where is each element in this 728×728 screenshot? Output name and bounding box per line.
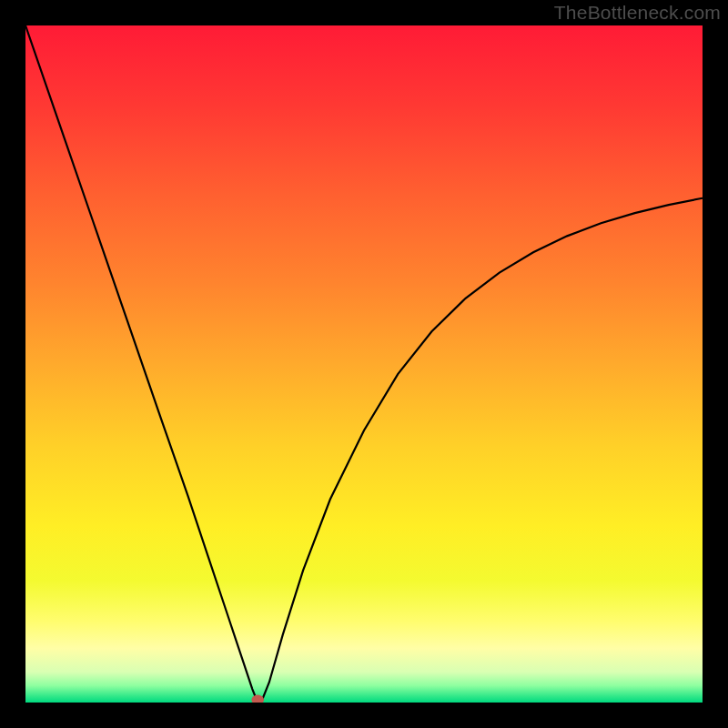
watermark-text: TheBottleneck.com <box>554 2 721 24</box>
chart-svg <box>25 25 703 703</box>
plot-area <box>25 25 703 703</box>
chart-frame: TheBottleneck.com <box>0 0 728 728</box>
gradient-bg <box>25 25 703 703</box>
